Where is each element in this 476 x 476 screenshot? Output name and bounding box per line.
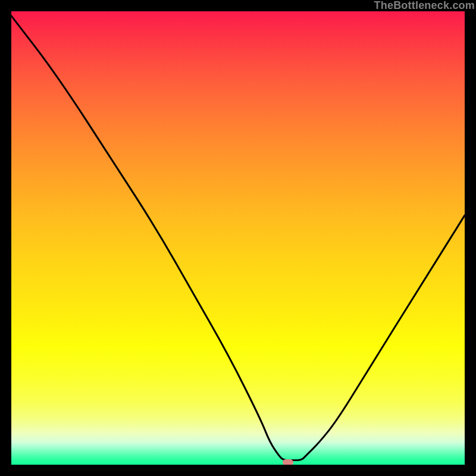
heatmap-gradient [11, 11, 465, 465]
watermark-text: TheBottleneck.com [374, 0, 475, 12]
chart-stage: TheBottleneck.com [0, 0, 476, 476]
plot-area [11, 11, 465, 465]
